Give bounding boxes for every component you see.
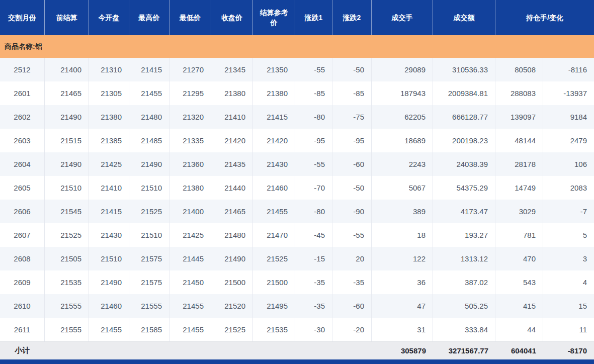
cell-close: 21435 <box>211 152 253 176</box>
cell-open-interest: 44 <box>495 318 543 341</box>
cell-turnover: 333.84 <box>433 318 495 341</box>
cell-volume: 2243 <box>372 152 433 176</box>
cell-volume: 31 <box>372 318 433 341</box>
cell-low: 21360 <box>169 152 211 176</box>
futures-quote-table-app: 交割月份 前结算 今开盘 最高价 最低价 收盘价 结算参考价 涨跌1 涨跌2 成… <box>0 0 594 364</box>
table-row: 2603 21515 21385 21485 21335 21420 21420… <box>0 129 594 152</box>
cell-settlement-ref: 21500 <box>253 270 295 294</box>
cell-prev-settlement: 21510 <box>45 176 89 200</box>
bottom-bar <box>0 359 594 364</box>
cell-open-interest: 14749 <box>495 176 543 200</box>
cell-volume: 187943 <box>372 81 433 105</box>
cell-turnover: 54375.29 <box>433 176 495 200</box>
subtotal-spacer <box>45 342 372 359</box>
cell-change2: -90 <box>332 200 372 223</box>
cell-open-interest: 781 <box>495 223 543 247</box>
cell-volume: 18 <box>372 223 433 247</box>
cell-delivery-month: 2607 <box>0 223 45 247</box>
cell-delivery-month: 2512 <box>0 58 45 81</box>
cell-change1: -15 <box>295 247 332 270</box>
cell-prev-settlement: 21490 <box>45 105 89 129</box>
cell-close: 21380 <box>211 81 253 105</box>
cell-open: 21430 <box>89 223 129 247</box>
cell-open: 21415 <box>89 200 129 223</box>
column-header-change2: 涨跌2 <box>332 0 372 35</box>
cell-change2: -95 <box>332 129 372 152</box>
cell-volume: 18689 <box>372 129 433 152</box>
cell-change2: -20 <box>332 318 372 341</box>
cell-high: 21525 <box>129 200 169 223</box>
cell-open: 21310 <box>89 58 129 81</box>
cell-settlement-ref: 21535 <box>253 318 295 341</box>
table-row: 2611 21555 21455 21585 21455 21525 21535… <box>0 318 594 341</box>
column-header-volume: 成交手 <box>372 0 433 35</box>
cell-settlement-ref: 21420 <box>253 129 295 152</box>
column-header-open: 今开盘 <box>89 0 129 35</box>
cell-change1: -35 <box>295 294 332 318</box>
cell-high: 21415 <box>129 58 169 81</box>
subtotal-label: 小计 <box>0 342 45 359</box>
cell-high: 21485 <box>129 129 169 152</box>
column-header-close: 收盘价 <box>211 0 253 35</box>
cell-delivery-month: 2611 <box>0 318 45 341</box>
cell-change1: -80 <box>295 105 332 129</box>
cell-delivery-month: 2603 <box>0 129 45 152</box>
column-header-change1: 涨跌1 <box>295 0 332 35</box>
column-header-delivery-month: 交割月份 <box>0 0 45 35</box>
cell-settlement-ref: 21380 <box>253 81 295 105</box>
cell-change1: -55 <box>295 152 332 176</box>
cell-oi-change: 2083 <box>543 176 594 200</box>
cell-prev-settlement: 21490 <box>45 152 89 176</box>
cell-oi-change: 15 <box>543 294 594 318</box>
cell-turnover: 1313.12 <box>433 247 495 270</box>
cell-turnover: 193.27 <box>433 223 495 247</box>
cell-close: 21440 <box>211 176 253 200</box>
cell-close: 21480 <box>211 223 253 247</box>
cell-change1: -70 <box>295 176 332 200</box>
cell-open-interest: 80508 <box>495 58 543 81</box>
cell-low: 21320 <box>169 105 211 129</box>
cell-open-interest: 28178 <box>495 152 543 176</box>
cell-change1: -30 <box>295 318 332 341</box>
cell-change2: -60 <box>332 294 372 318</box>
cell-close: 21525 <box>211 318 253 341</box>
cell-close: 21410 <box>211 105 253 129</box>
cell-open-interest: 139097 <box>495 105 543 129</box>
table-row: 2605 21510 21410 21510 21380 21440 21460… <box>0 176 594 200</box>
cell-change1: -85 <box>295 81 332 105</box>
cell-close: 21500 <box>211 270 253 294</box>
table-row: 2512 21400 21310 21415 21270 21345 21350… <box>0 58 594 81</box>
cell-low: 21450 <box>169 270 211 294</box>
cell-turnover: 4173.47 <box>433 200 495 223</box>
cell-delivery-month: 2608 <box>0 247 45 270</box>
cell-oi-change: -13937 <box>543 81 594 105</box>
cell-open: 21460 <box>89 294 129 318</box>
subtotal-turnover: 3271567.77 <box>433 342 495 359</box>
cell-oi-change: 2479 <box>543 129 594 152</box>
table-row: 2602 21490 21380 21480 21320 21410 21415… <box>0 105 594 129</box>
cell-prev-settlement: 21555 <box>45 294 89 318</box>
cell-turnover: 2009384.81 <box>433 81 495 105</box>
cell-close: 21465 <box>211 200 253 223</box>
cell-volume: 36 <box>372 270 433 294</box>
cell-low: 21380 <box>169 176 211 200</box>
cell-prev-settlement: 21465 <box>45 81 89 105</box>
subtotal-open-interest: 604041 <box>495 342 543 359</box>
cell-oi-change: 4 <box>543 270 594 294</box>
cell-high: 21480 <box>129 105 169 129</box>
commodity-band: 商品名称:铝 <box>0 35 594 58</box>
column-header-open-interest-change: 持仓手/变化 <box>495 0 594 35</box>
cell-change1: -45 <box>295 223 332 247</box>
cell-change1: -95 <box>295 129 332 152</box>
table-row: 2608 21505 21510 21575 21445 21490 21525… <box>0 247 594 270</box>
column-header-high: 最高价 <box>129 0 169 35</box>
subtotal-change: -8170 <box>543 342 594 359</box>
cell-change2: -50 <box>332 176 372 200</box>
cell-oi-change: 9184 <box>543 105 594 129</box>
table-header-row: 交割月份 前结算 今开盘 最高价 最低价 收盘价 结算参考价 涨跌1 涨跌2 成… <box>0 0 594 35</box>
cell-prev-settlement: 21545 <box>45 200 89 223</box>
cell-close: 21490 <box>211 247 253 270</box>
cell-turnover: 310536.33 <box>433 58 495 81</box>
cell-open: 21510 <box>89 247 129 270</box>
cell-change2: -55 <box>332 223 372 247</box>
